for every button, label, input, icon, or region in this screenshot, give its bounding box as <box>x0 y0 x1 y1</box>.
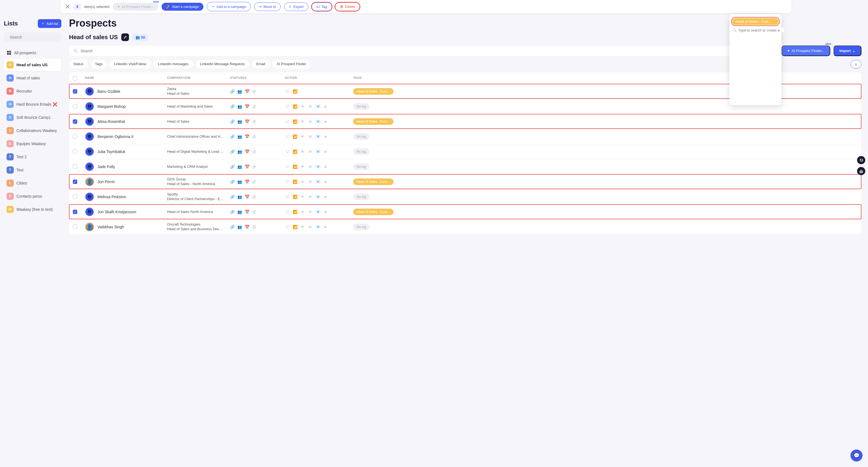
tool-icon[interactable]: 🗨 <box>285 180 290 184</box>
link-icon[interactable]: 🔗 <box>230 210 235 214</box>
at-icon[interactable]: @ <box>252 210 256 214</box>
row-checkbox[interactable] <box>73 104 77 108</box>
link-icon[interactable]: 🔗 <box>230 119 235 124</box>
at-icon[interactable]: @ <box>252 195 256 199</box>
people-icon[interactable]: 👥 <box>238 195 242 199</box>
people-icon[interactable]: 👥 <box>238 210 242 214</box>
at-icon[interactable]: @ <box>252 89 256 94</box>
envelope-icon[interactable]: 📧 <box>315 225 320 229</box>
link-icon[interactable]: 🔗 <box>230 150 235 154</box>
send-icon[interactable]: ➤ <box>323 104 328 109</box>
filter-pill[interactable]: Email <box>252 60 270 68</box>
rss-icon[interactable]: 📶 <box>292 119 298 124</box>
sidebar-item[interactable]: CCollaborateurs Waalaxy <box>4 124 61 137</box>
mail-icon[interactable]: ✉ <box>308 180 313 184</box>
row-checkbox[interactable] <box>73 149 77 154</box>
eye-icon[interactable]: 👁 <box>300 134 305 139</box>
rss-icon[interactable]: 📶 <box>292 89 298 94</box>
filter-pill-tail[interactable]: s <box>850 60 862 68</box>
add-to-campaign-button[interactable]: ＋Add to a campaign <box>207 2 251 11</box>
people-icon[interactable]: 👥 <box>238 150 242 154</box>
send-icon[interactable]: ➤ <box>323 210 328 214</box>
filter-pill[interactable]: Linkedin Message Requests <box>196 60 249 68</box>
send-icon[interactable]: ➤ <box>323 225 328 229</box>
row-checkbox[interactable]: ✓ <box>73 210 77 214</box>
mail-icon[interactable]: ✉ <box>308 164 313 169</box>
sidebar-item[interactable]: WWaalaxy (free to test) <box>4 203 61 216</box>
close-selection-button[interactable] <box>65 4 70 9</box>
tool-icon[interactable]: 🗨 <box>285 89 290 94</box>
people-icon[interactable]: 👥 <box>238 119 242 124</box>
filter-pill[interactable]: Status <box>69 60 88 68</box>
table-row[interactable]: ✓ Aliisa Rosenthal Head of Sales 🔗👥📅@ 🗨📶… <box>69 114 861 129</box>
tag-button[interactable]: 🏷Tag <box>312 2 332 11</box>
mail-icon[interactable]: ✉ <box>308 195 313 199</box>
send-icon[interactable]: ➤ <box>323 134 328 139</box>
envelope-icon[interactable]: 📧 <box>315 119 320 124</box>
eye-icon[interactable]: 👁 <box>300 225 305 229</box>
tool-icon[interactable]: 🗨 <box>285 164 290 169</box>
calendar-icon[interactable]: 📅 <box>245 180 249 184</box>
tag-option[interactable]: Head of Sales - Cust… <box>732 18 779 25</box>
send-icon[interactable]: ➤ <box>323 119 328 124</box>
mail-icon[interactable]: ✉ <box>308 104 313 109</box>
sidebar-search[interactable] <box>4 32 61 42</box>
translate-button[interactable]: 🗘 <box>857 156 865 164</box>
tool-icon[interactable]: 🗨 <box>285 119 290 124</box>
row-checkbox[interactable]: ✓ <box>73 89 77 94</box>
link-icon[interactable]: 🔗 <box>230 195 235 199</box>
row-checkbox[interactable] <box>73 194 77 199</box>
sidebar-item[interactable]: RRecruiter <box>4 85 61 97</box>
sidebar-search-input[interactable] <box>10 35 58 39</box>
link-icon[interactable]: 🔗 <box>230 89 235 94</box>
at-icon[interactable]: @ <box>252 134 256 139</box>
ai-prospect-finder-button[interactable]: ✦AI Prospect Finder... <box>113 3 159 11</box>
sidebar-item[interactable]: HHard Bounce Emails ❌ <box>4 98 61 111</box>
calendar-icon[interactable]: 📅 <box>245 150 249 154</box>
link-icon[interactable]: 🔗 <box>230 225 235 229</box>
people-icon[interactable]: 👥 <box>238 134 242 139</box>
send-icon[interactable]: ➤ <box>323 150 328 154</box>
send-icon[interactable]: ➤ <box>323 180 328 184</box>
people-icon[interactable]: 👥 <box>238 225 242 229</box>
link-icon[interactable]: 🔗 <box>230 134 235 139</box>
sidebar-item[interactable]: HHead of sales US <box>4 59 61 71</box>
help-button[interactable]: 🤖 <box>857 167 865 175</box>
sidebar-item-all-prospects[interactable]: All prospects <box>4 48 61 58</box>
rss-icon[interactable]: 📶 <box>292 195 298 199</box>
export-button[interactable]: ⇪Export <box>284 2 308 11</box>
at-icon[interactable]: @ <box>252 119 256 124</box>
send-icon[interactable]: ➤ <box>323 164 328 169</box>
table-row[interactable]: Benjamin Ogbonna II Chief Administrative… <box>69 129 861 144</box>
envelope-icon[interactable]: 📧 <box>315 164 320 169</box>
rss-icon[interactable]: 📶 <box>292 164 298 169</box>
eye-icon[interactable]: 👁 <box>300 119 305 124</box>
eye-icon[interactable]: 👁 <box>300 195 305 199</box>
table-row[interactable]: 👤Vaibbhav Singh Oncraft TechnologiesHead… <box>69 219 861 234</box>
row-tag[interactable]: Head of Sales - Cust… <box>353 209 394 215</box>
row-checkbox[interactable] <box>73 224 77 229</box>
rss-icon[interactable]: 📶 <box>292 104 298 109</box>
envelope-icon[interactable]: 📧 <box>315 210 320 214</box>
eye-icon[interactable]: 👁 <box>300 210 305 214</box>
tool-icon[interactable]: 🗨 <box>285 210 290 214</box>
mail-icon[interactable]: ✉ <box>308 119 313 124</box>
rss-icon[interactable]: 📶 <box>292 150 298 154</box>
mail-icon[interactable]: ✉ <box>308 150 313 154</box>
tool-icon[interactable]: 🗨 <box>285 225 290 229</box>
calendar-icon[interactable]: 📅 <box>245 210 249 214</box>
tag-search-input[interactable] <box>738 28 784 32</box>
calendar-icon[interactable]: 📅 <box>245 134 249 139</box>
tool-icon[interactable]: 🗨 <box>285 195 290 199</box>
people-icon[interactable]: 👥 <box>238 89 242 94</box>
sidebar-item[interactable]: HHead of sales <box>4 72 61 84</box>
import-button[interactable]: Import⌄ <box>834 45 861 56</box>
row-checkbox[interactable]: ✓ <box>73 180 77 184</box>
row-tag[interactable]: Head of Sales - Cust… <box>353 179 394 185</box>
eye-icon[interactable]: 👁 <box>300 164 305 169</box>
at-icon[interactable]: @ <box>252 104 256 109</box>
link-icon[interactable]: 🔗 <box>230 180 235 184</box>
rss-icon[interactable]: 📶 <box>292 225 298 229</box>
select-all-checkbox[interactable] <box>73 76 77 81</box>
people-icon[interactable]: 👥 <box>238 164 242 169</box>
